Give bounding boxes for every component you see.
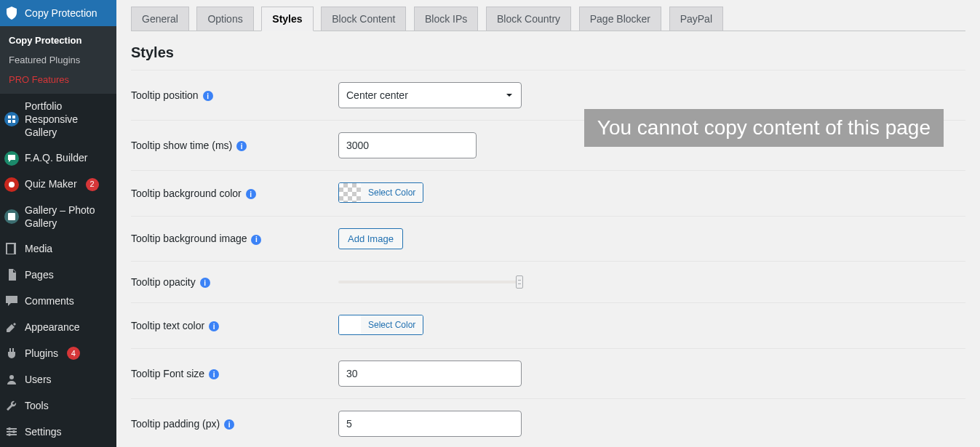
sidebar-item-tools[interactable]: Tools bbox=[0, 392, 116, 419]
color-picker-label: Select Color bbox=[361, 315, 423, 334]
tooltip-text-color-picker[interactable]: Select Color bbox=[338, 315, 423, 335]
field-label: Tooltip background image bbox=[131, 233, 247, 244]
tools-icon bbox=[4, 398, 19, 413]
sidebar-current-label: Copy Protection bbox=[25, 7, 97, 19]
info-icon[interactable]: i bbox=[209, 321, 219, 331]
info-icon[interactable]: i bbox=[200, 278, 210, 288]
sidebar-item-settings[interactable]: Settings bbox=[0, 419, 116, 445]
tooltip-font-size-input[interactable] bbox=[338, 361, 522, 387]
sidebar-item-appearance[interactable]: Appearance bbox=[0, 314, 116, 340]
slider-thumb[interactable] bbox=[516, 275, 523, 289]
grid-icon bbox=[4, 112, 19, 126]
info-icon[interactable]: i bbox=[236, 141, 247, 151]
svg-rect-5 bbox=[8, 213, 15, 220]
color-swatch-transparent bbox=[339, 183, 361, 202]
media-icon bbox=[4, 241, 19, 256]
svg-point-10 bbox=[8, 427, 11, 430]
svg-rect-1 bbox=[12, 116, 15, 118]
sidebar-item-label: Comments bbox=[25, 294, 74, 307]
sidebar-item-portfolio-gallery[interactable]: Portfolio Responsive Gallery bbox=[0, 94, 116, 145]
section-title: Styles bbox=[131, 44, 965, 61]
tab-general[interactable]: General bbox=[131, 7, 189, 31]
svg-rect-0 bbox=[8, 116, 11, 118]
settings-icon bbox=[4, 424, 19, 439]
image-icon bbox=[4, 209, 19, 224]
color-picker-label: Select Color bbox=[361, 183, 423, 202]
field-label: Tooltip Font size bbox=[131, 368, 204, 379]
info-icon[interactable]: i bbox=[224, 419, 234, 430]
field-label: Tooltip background color bbox=[131, 188, 242, 199]
tab-bar: General Options Styles Block Content Blo… bbox=[131, 0, 965, 31]
tab-styles[interactable]: Styles bbox=[261, 7, 313, 31]
submenu-pro-features[interactable]: PRO Features bbox=[0, 70, 116, 89]
tab-block-content[interactable]: Block Content bbox=[321, 7, 406, 31]
field-label: Tooltip padding (px) bbox=[131, 418, 220, 430]
comments-icon bbox=[4, 294, 19, 308]
tooltip-preview: You cannot copy content of this page bbox=[584, 109, 944, 147]
appearance-icon bbox=[4, 320, 19, 334]
tooltip-show-time-input[interactable] bbox=[338, 132, 477, 158]
svg-point-4 bbox=[9, 182, 15, 188]
sidebar-current-plugin[interactable]: Copy Protection bbox=[0, 0, 116, 26]
quiz-icon bbox=[4, 177, 19, 192]
info-icon[interactable]: i bbox=[246, 189, 256, 199]
sidebar-item-media[interactable]: Media bbox=[0, 235, 116, 262]
admin-sidebar: Copy Protection Copy Protection Featured… bbox=[0, 0, 116, 447]
svg-rect-3 bbox=[12, 120, 15, 123]
add-image-button[interactable]: Add Image bbox=[338, 228, 403, 249]
users-icon bbox=[4, 372, 19, 387]
sidebar-item-label: Plugins bbox=[25, 347, 58, 360]
tooltip-padding-input[interactable] bbox=[338, 411, 522, 437]
shield-icon bbox=[4, 6, 19, 20]
submenu-copy-protection[interactable]: Copy Protection bbox=[0, 31, 116, 50]
tab-options[interactable]: Options bbox=[196, 7, 253, 31]
field-label: Tooltip opacity bbox=[131, 276, 196, 288]
info-icon[interactable]: i bbox=[209, 369, 219, 379]
tab-page-blocker[interactable]: Page Blocker bbox=[579, 7, 661, 31]
color-swatch-white bbox=[339, 315, 361, 334]
sidebar-item-comments[interactable]: Comments bbox=[0, 288, 116, 314]
sidebar-item-faq-builder[interactable]: F.A.Q. Builder bbox=[0, 145, 116, 172]
submenu-featured-plugins[interactable]: Featured Plugins bbox=[0, 50, 116, 70]
sidebar-item-label: Quiz Maker bbox=[25, 177, 77, 190]
field-label: Tooltip position bbox=[131, 89, 199, 101]
field-label: Tooltip show time (ms) bbox=[131, 140, 232, 151]
tooltip-bg-color-picker[interactable]: Select Color bbox=[338, 182, 423, 203]
sidebar-item-label: Portfolio Responsive Gallery bbox=[25, 100, 109, 140]
sidebar-item-users[interactable]: Users bbox=[0, 366, 116, 392]
sidebar-item-plugins[interactable]: Plugins 4 bbox=[0, 340, 116, 366]
svg-point-12 bbox=[8, 433, 11, 436]
sidebar-item-quiz-maker[interactable]: Quiz Maker 2 bbox=[0, 172, 116, 198]
main-content: General Options Styles Block Content Blo… bbox=[116, 0, 980, 447]
field-label: Tooltip text color bbox=[131, 320, 204, 331]
tab-paypal[interactable]: PayPal bbox=[669, 7, 723, 31]
sidebar-submenu: Copy Protection Featured Plugins PRO Fea… bbox=[0, 26, 116, 94]
info-icon[interactable]: i bbox=[251, 235, 261, 245]
pages-icon bbox=[4, 267, 19, 282]
tab-block-ips[interactable]: Block IPs bbox=[414, 7, 478, 31]
sidebar-item-label: Settings bbox=[25, 425, 62, 438]
sidebar-item-label: F.A.Q. Builder bbox=[25, 151, 87, 164]
sidebar-item-pages[interactable]: Pages bbox=[0, 262, 116, 288]
sidebar-item-label: Appearance bbox=[25, 321, 80, 334]
tooltip-opacity-slider[interactable] bbox=[338, 277, 520, 287]
tooltip-position-select[interactable]: Center center bbox=[338, 82, 522, 108]
svg-point-6 bbox=[9, 375, 14, 379]
sidebar-item-label: Pages bbox=[25, 268, 54, 281]
sidebar-item-label: Media bbox=[25, 242, 52, 255]
info-icon[interactable]: i bbox=[203, 91, 213, 101]
slider-track bbox=[338, 281, 520, 283]
svg-rect-2 bbox=[8, 120, 11, 123]
sidebar-item-label: Tools bbox=[25, 399, 49, 412]
badge-count: 4 bbox=[67, 347, 80, 360]
sidebar-item-photo-gallery[interactable]: Gallery – Photo Gallery bbox=[0, 198, 116, 235]
badge-count: 2 bbox=[86, 178, 99, 191]
sidebar-item-label: Users bbox=[25, 373, 52, 386]
plugins-icon bbox=[4, 346, 19, 361]
chat-icon bbox=[4, 151, 19, 166]
sidebar-item-label: Gallery – Photo Gallery bbox=[25, 204, 109, 230]
svg-point-11 bbox=[12, 430, 15, 433]
tab-block-country[interactable]: Block Country bbox=[486, 7, 571, 31]
